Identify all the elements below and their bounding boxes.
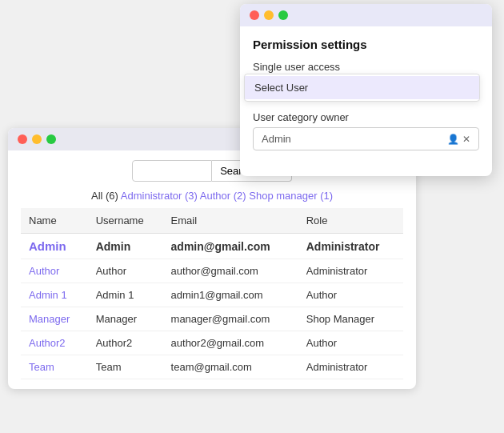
select-user-dropdown[interactable]: Select User	[244, 74, 480, 102]
filter-all: All (6)	[91, 190, 118, 202]
category-owner-select[interactable]: Admin 👤 ✕	[253, 127, 479, 150]
table-row: Admin 1Admin 1admin1@gmail.comAuthor	[21, 283, 403, 307]
search-input[interactable]	[132, 160, 212, 182]
user-email-cell: admin@gmail.com	[163, 234, 298, 259]
user-role-cell: Administrator	[298, 355, 403, 379]
user-name-cell[interactable]: Author2	[21, 331, 88, 355]
fg-tl-close[interactable]	[250, 10, 259, 20]
fg-tl-maximize[interactable]	[278, 10, 288, 20]
filter-shop-manager[interactable]: Shop manager (1)	[249, 190, 333, 202]
user-username-cell: Admin 1	[88, 283, 163, 307]
table-row: Author2Author2author2@gmail.comAuthor	[21, 331, 403, 355]
tl-minimize[interactable]	[32, 134, 42, 144]
fg-window-titlebar	[240, 4, 492, 26]
table-row: ManagerManagermanager@gmail.comShop Mana…	[21, 307, 403, 331]
user-role-cell: Shop Manager	[298, 307, 403, 331]
user-email-cell: admin1@gmail.com	[163, 283, 298, 307]
user-role-cell: Author	[298, 283, 403, 307]
table-row: AdminAdminadmin@gmail.comAdministrator	[21, 234, 403, 259]
category-owner-value: Admin	[262, 133, 291, 145]
user-email-cell: team@gmail.com	[163, 355, 298, 379]
col-role: Role	[298, 208, 403, 234]
user-name-cell[interactable]: Team	[21, 355, 88, 379]
col-email: Email	[163, 208, 298, 234]
category-owner-icons: 👤 ✕	[447, 134, 470, 145]
user-email-cell: author@gmail.com	[163, 259, 298, 283]
table-row: AuthorAuthorauthor@gmail.comAdministrato…	[21, 259, 403, 283]
user-role-cell: Administrator	[298, 259, 403, 283]
filter-row: All (6) Administrator (3) Author (2) Sho…	[21, 190, 403, 202]
user-icon-2: 👤	[447, 134, 459, 145]
category-owner-label: User category owner	[253, 111, 479, 123]
users-table: Name Username Email Role AdminAdminadmin…	[21, 208, 403, 379]
user-username-cell: Manager	[88, 307, 163, 331]
user-username-cell: Author	[88, 259, 163, 283]
user-username-cell: Team	[88, 355, 163, 379]
user-name-cell[interactable]: Admin 1	[21, 283, 88, 307]
user-role-cell: Author	[298, 331, 403, 355]
user-username-cell: Author2	[88, 331, 163, 355]
user-role-cell: Administrator	[298, 234, 403, 259]
tl-close[interactable]	[18, 134, 27, 144]
col-username: Username	[88, 208, 163, 234]
fg-tl-minimize[interactable]	[264, 10, 274, 20]
close-icon-2[interactable]: ✕	[462, 134, 470, 145]
single-user-label: Single user access	[253, 61, 479, 73]
user-username-cell: Admin	[88, 234, 163, 259]
table-row: TeamTeamteam@gmail.comAdministrator	[21, 355, 403, 379]
user-name-cell[interactable]: Author	[21, 259, 88, 283]
user-email-cell: author2@gmail.com	[163, 331, 298, 355]
filter-administrator[interactable]: Administrator (3)	[121, 190, 198, 202]
user-name-cell[interactable]: Admin	[21, 234, 88, 259]
filter-author[interactable]: Author (2)	[200, 190, 246, 202]
user-name-cell[interactable]: Manager	[21, 307, 88, 331]
tl-maximize[interactable]	[46, 134, 56, 144]
col-name: Name	[21, 208, 88, 234]
bg-window-body: Search Users All (6) Administrator (3) A…	[8, 150, 416, 389]
permission-settings-title: Permission settings	[253, 38, 479, 51]
table-header-row: Name Username Email Role	[21, 208, 403, 234]
select-user-option[interactable]: Select User	[245, 76, 479, 99]
user-email-cell: manager@gmail.com	[163, 307, 298, 331]
